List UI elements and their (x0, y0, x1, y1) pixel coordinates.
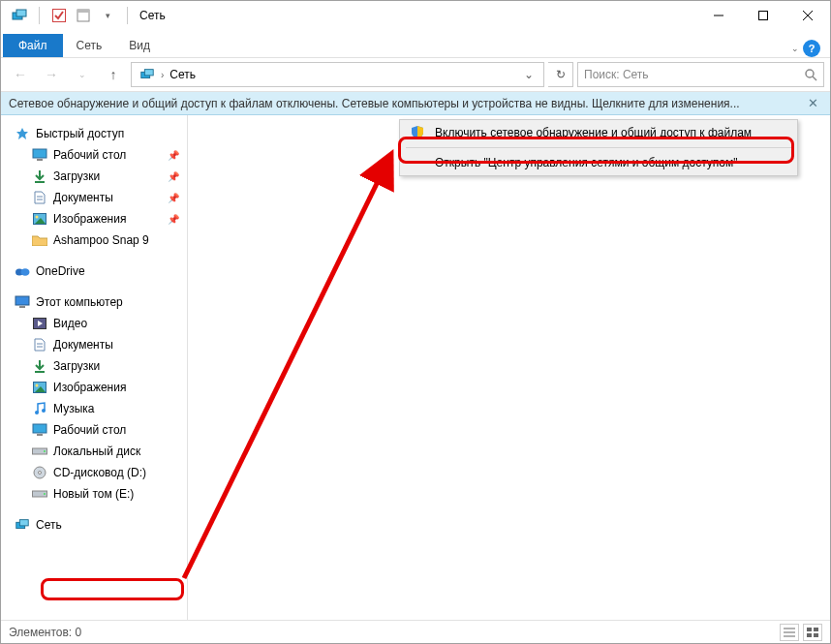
svg-rect-4 (77, 10, 89, 13)
tree-item-label: Документы (53, 338, 113, 352)
svg-line-12 (813, 77, 816, 80)
svg-rect-36 (33, 424, 46, 433)
status-bar: Элементов: 0 (1, 620, 830, 643)
tree-item-label: Изображения (53, 381, 126, 394)
info-bar[interactable]: Сетевое обнаружение и общий доступ к фай… (1, 92, 830, 115)
music-icon (32, 401, 47, 416)
nav-up-button[interactable]: ↑ (100, 61, 127, 88)
info-bar-text: Сетевое обнаружение и общий доступ к фай… (9, 97, 740, 110)
status-count: Элементов: 0 (9, 626, 81, 639)
pin-icon: 📌 (168, 150, 179, 161)
folder-icon (32, 232, 47, 248)
nav-forward-button[interactable]: → (38, 61, 65, 88)
pin-icon: 📌 (168, 193, 179, 203)
svg-point-41 (39, 472, 42, 475)
tree-item[interactable]: Рабочий стол📌 (1, 144, 187, 166)
tree-item-label: Локальный диск (53, 445, 140, 458)
pictures-icon (32, 211, 47, 227)
ribbon-caret[interactable]: ⌄ (791, 44, 799, 53)
documents-icon (32, 190, 47, 205)
cd-icon (32, 465, 47, 480)
tree-item[interactable]: Ashampoo Snap 9 (1, 230, 187, 251)
tree-network[interactable]: Сеть (1, 514, 187, 536)
pictures-icon (32, 380, 47, 395)
ribbon: Файл Сеть Вид ⌄ ? (1, 30, 830, 57)
info-bar-close-icon[interactable]: ✕ (804, 96, 822, 110)
svg-rect-49 (807, 628, 812, 631)
nav-recent-caret[interactable]: ⌄ (69, 61, 96, 88)
window-title: Сеть (139, 9, 166, 22)
file-tab[interactable]: Файл (3, 34, 63, 57)
navigation-tree[interactable]: Быстрый доступ Рабочий стол📌Загрузки📌Док… (1, 115, 188, 620)
ctx-enable-discovery[interactable]: Включить сетевое обнаружение и общий дос… (400, 120, 797, 145)
maximize-button[interactable] (741, 1, 785, 30)
drive-icon (32, 486, 47, 502)
tree-item[interactable]: Изображения (1, 377, 187, 398)
network-app-icon (9, 5, 30, 26)
tree-quick-access[interactable]: Быстрый доступ (1, 123, 187, 144)
help-icon[interactable]: ? (803, 40, 820, 57)
tree-item[interactable]: Музыка (1, 398, 187, 419)
address-bar[interactable]: › Сеть ⌄ (131, 62, 544, 87)
downloads-icon (32, 358, 47, 374)
tree-item-label: Новый том (E:) (53, 487, 134, 501)
tree-item[interactable]: Загрузки📌 (1, 166, 187, 187)
svg-rect-10 (144, 70, 153, 76)
pc-icon (15, 294, 30, 310)
titlebar: ▾ Сеть (1, 1, 830, 30)
tree-item[interactable]: Рабочий стол (1, 419, 187, 441)
tab-view[interactable]: Вид (115, 34, 164, 57)
nav-back-button[interactable]: ← (7, 61, 34, 88)
desktop-icon (32, 422, 47, 438)
minimize-button[interactable] (696, 1, 741, 30)
shield-icon (408, 125, 427, 140)
tree-item-label: Загрузки (53, 169, 100, 183)
search-input[interactable] (584, 68, 804, 81)
downloads-icon (32, 169, 47, 184)
close-button[interactable] (785, 1, 830, 30)
ctx-open-network-center[interactable]: Открыть "Центр управления сетями и общим… (400, 150, 797, 175)
search-icon (804, 68, 817, 81)
desktop-icon (32, 147, 47, 163)
qat-checkbox-icon[interactable] (48, 5, 70, 26)
svg-rect-52 (814, 633, 818, 637)
tree-this-pc[interactable]: Этот компьютер (1, 291, 187, 313)
tree-item-label: Рабочий стол (53, 423, 126, 437)
tree-item[interactable]: Видео (1, 313, 187, 334)
svg-rect-15 (37, 159, 43, 161)
tab-network[interactable]: Сеть (63, 34, 116, 57)
onedrive-icon (15, 263, 30, 279)
tree-item-label: Музыка (53, 402, 94, 415)
ctx-item-label: Включить сетевое обнаружение и общий дос… (435, 126, 752, 139)
view-large-button[interactable] (803, 624, 822, 641)
video-icon (32, 316, 47, 331)
pin-icon: 📌 (168, 171, 179, 182)
breadcrumb-segment[interactable]: Сеть (169, 68, 196, 81)
drive-icon (32, 444, 47, 459)
tree-item[interactable]: Загрузки (1, 355, 187, 377)
search-box[interactable] (577, 62, 824, 87)
refresh-button[interactable]: ↻ (548, 62, 573, 87)
tree-item-label: CD-дисковод (D:) (53, 466, 146, 479)
star-icon (15, 126, 30, 141)
svg-point-23 (21, 268, 30, 276)
network-icon (15, 517, 30, 533)
view-details-button[interactable] (780, 624, 799, 641)
qat-window-icon[interactable] (73, 5, 94, 26)
tree-item-label: Изображения (53, 212, 126, 226)
tree-item[interactable]: Документы (1, 334, 187, 355)
qat-dropdown-icon[interactable]: ▾ (97, 5, 118, 26)
svg-rect-24 (15, 296, 29, 305)
address-dropdown-icon[interactable]: ⌄ (518, 68, 539, 81)
tree-onedrive[interactable]: OneDrive (1, 261, 187, 282)
tree-item[interactable]: Новый том (E:) (1, 483, 187, 505)
tree-item[interactable]: CD-дисковод (D:) (1, 462, 187, 483)
pin-icon: 📌 (168, 214, 179, 225)
chevron-right-icon[interactable]: › (159, 70, 166, 80)
svg-rect-51 (807, 633, 812, 637)
tree-item-label: Загрузки (53, 359, 100, 373)
tree-item[interactable]: Локальный диск (1, 441, 187, 462)
context-menu: Включить сетевое обнаружение и общий дос… (399, 119, 798, 176)
tree-item[interactable]: Документы📌 (1, 187, 187, 208)
tree-item[interactable]: Изображения📌 (1, 208, 187, 230)
